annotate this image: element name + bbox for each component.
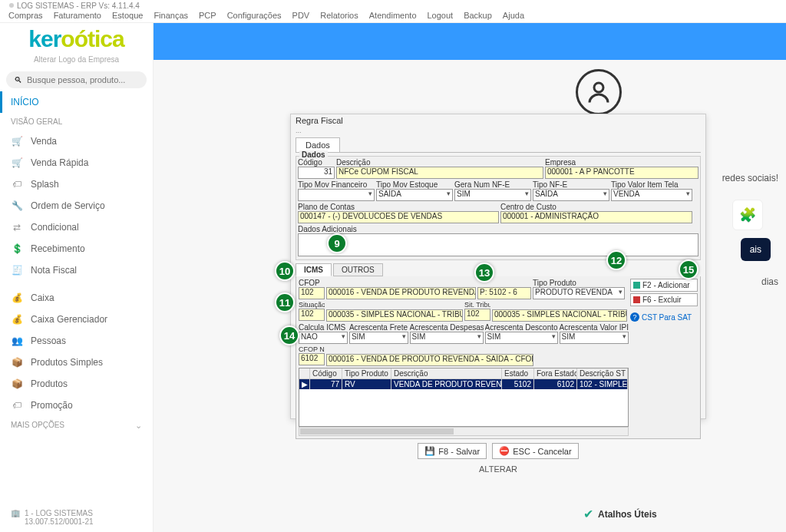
gera-num-select[interactable]: SIM (454, 189, 531, 201)
callout-9: 9 (327, 233, 347, 253)
titlebar: LOG SISTEMAS - ERP Vs: 4.11.4.4 (0, 0, 786, 11)
cfop-code[interactable]: 102 (299, 287, 325, 299)
search-input[interactable] (27, 75, 139, 84)
avatar[interactable] (576, 69, 622, 115)
app-title: LOG SISTEMAS - ERP Vs: 4.11.4.4 (17, 2, 140, 10)
add-button[interactable]: F2 - Adicionar (630, 279, 698, 292)
cst-link[interactable]: ?CST Para SAT (630, 312, 698, 322)
alter-logo-link[interactable]: Alterar Logo da Empresa (0, 55, 153, 68)
cfop-nc-desc[interactable]: 000016 - VENDA DE PRODUTO REVENDA - SAÍD… (326, 354, 533, 366)
tipo-produto-select[interactable]: PRODUTO REVENDA (533, 287, 625, 299)
delete-button[interactable]: F6 - Excluir (630, 293, 698, 306)
bg-text-dias: dias (761, 276, 778, 287)
acr-frete-select[interactable]: SIM (349, 332, 408, 344)
menu-atendimento[interactable]: Atendimento (364, 11, 422, 22)
menu-backup[interactable]: Backup (458, 11, 497, 22)
exchange-icon: ⇄ (11, 222, 23, 233)
building-icon: 🏢 (11, 509, 20, 526)
nav-condicional[interactable]: ⇄Condicional (0, 216, 153, 238)
nav-venda-rapida[interactable]: 🛒Venda Rápida (0, 152, 153, 173)
plus-icon (633, 282, 640, 289)
tipo-nfe-select[interactable]: SAÍDA (533, 189, 609, 201)
nav-caixa[interactable]: 💰Caixa (0, 287, 153, 309)
sit-ext-code[interactable]: 102 (464, 309, 490, 321)
tipo-valor-select[interactable]: VENDA (611, 189, 692, 201)
tipo-mov-fin-select[interactable] (298, 189, 375, 201)
nav-visao-header: VISÃO GERAL (0, 113, 153, 131)
tab-outros[interactable]: OUTROS (333, 263, 383, 276)
tag-icon: 🏷 (11, 179, 23, 190)
sit-ext-desc[interactable]: 000035 - SIMPLES NACIONAL - TRIBUTADA PE (492, 309, 627, 322)
cart-icon: 🛒 (11, 157, 23, 168)
descricao-field[interactable]: NFCe CUPOM FISCAL (336, 167, 543, 179)
logo[interactable]: keroótica (0, 23, 153, 55)
nav-venda[interactable]: 🛒Venda (0, 131, 153, 152)
menu-pdv[interactable]: PDV (287, 11, 315, 22)
codigo-field[interactable]: 31 (298, 167, 335, 179)
menu-faturamento[interactable]: Faturamento (48, 11, 107, 22)
h-scrollbar[interactable] (299, 427, 629, 436)
menu-logout[interactable]: Logout (422, 11, 459, 22)
callout-13: 13 (474, 263, 494, 283)
menu-estoque[interactable]: Estoque (107, 11, 148, 22)
bg-widget-icon: 🧩 (732, 200, 763, 230)
search-box[interactable]: 🔍︎ (6, 71, 147, 88)
star-icon: ✔ (583, 507, 593, 521)
search-icon: 🔍︎ (14, 75, 22, 84)
tipo-mov-est-select[interactable]: SAÍDA (376, 189, 453, 201)
status-bar: ALTERAR (291, 463, 705, 475)
empresa-field[interactable]: 000001 - A P PANCOTTE (545, 167, 698, 179)
nav-caixa-ger[interactable]: 💰Caixa Gerenciador (0, 309, 153, 330)
icms-panel: F2 - Adicionar F6 - Excluir ?CST Para SA… (296, 276, 701, 439)
acr-desp-select[interactable]: SIM (410, 332, 484, 344)
cancel-button[interactable]: ⛔ESC - Cancelar (492, 443, 578, 459)
nav-prod-simples[interactable]: 📦Produtos Simples (0, 352, 153, 373)
nav-inicio[interactable]: INÍCIO (0, 91, 153, 113)
menu-config[interactable]: Configurações (222, 11, 287, 22)
bg-button[interactable]: ais (741, 238, 771, 261)
nav-mais[interactable]: MAIS OPÇÕES⌄ (0, 416, 153, 435)
menu-ajuda[interactable]: Ajuda (497, 11, 530, 22)
money-icon: 💲 (11, 243, 23, 254)
nav-pessoas[interactable]: 👥Pessoas (0, 330, 153, 352)
cfop-desc[interactable]: 000016 - VENDA DE PRODUTO REVENDA - SAÍD (326, 287, 476, 299)
nav-recebimento[interactable]: 💲Recebimento (0, 238, 153, 259)
atalhos-uteis[interactable]: ✔ Atalhos Úteis (583, 507, 657, 521)
centro-custo-field[interactable]: 000001 - ADMINISTRAÇÃO (500, 211, 692, 223)
tab-icms[interactable]: ICMS (296, 263, 332, 276)
nav-promocao[interactable]: 🏷Promoção (0, 395, 153, 416)
footer-company: 🏢 1 - LOG SISTEMAS 13.007.512/0001-21 (11, 509, 94, 526)
cfop-suffix[interactable]: P: 5102 - 6 (477, 287, 531, 299)
menu-financas[interactable]: Finanças (148, 11, 193, 22)
save-button[interactable]: 💾F8 - Salvar (418, 443, 487, 459)
wrench-icon: 🔧 (11, 200, 23, 211)
nav-splash[interactable]: 🏷Splash (0, 173, 153, 195)
callout-15: 15 (679, 259, 698, 279)
acr-desc-select[interactable]: SIM (485, 332, 558, 344)
people-icon: 👥 (11, 335, 23, 346)
cfop-table[interactable]: Código Tipo Produto Descrição Estado For… (299, 368, 629, 427)
cfop-nc-code[interactable]: 6102 (299, 353, 325, 365)
chevron-down-icon: ⌄ (135, 421, 142, 431)
nav-nota-fiscal[interactable]: 🧾Nota Fiscal (0, 259, 153, 281)
callout-12: 12 (606, 250, 626, 270)
sit-int-code[interactable]: 102 (299, 309, 325, 321)
menu-relatorios[interactable]: Relatorios (315, 11, 364, 22)
table-row[interactable]: ▶ 77 RV VENDA DE PRODUTO REVENDA 5102 61… (299, 379, 628, 389)
box-icon: 📦 (11, 357, 23, 368)
menu-pcp[interactable]: PCP (193, 11, 222, 22)
nav-produtos[interactable]: 📦Produtos (0, 373, 153, 395)
invoice-icon: 🧾 (11, 265, 23, 276)
sit-int-desc[interactable]: 000035 - SIMPLES NACIONAL - TRIBUTADA PE (326, 309, 463, 322)
cancel-icon: ⛔ (499, 446, 510, 456)
topbar (154, 23, 786, 60)
calc-icms-select[interactable]: NAO (299, 332, 348, 344)
nav-os[interactable]: 🔧Ordem de Serviço (0, 195, 153, 216)
dados-adic-field[interactable] (298, 233, 698, 256)
sidebar: keroótica Alterar Logo da Empresa 🔍︎ INÍ… (0, 23, 154, 532)
plano-contas-field[interactable]: 000147 - (-) DEVOLUCOES DE VENDAS (298, 211, 499, 223)
help-icon: ? (630, 312, 639, 322)
menu-compras[interactable]: Compras (3, 11, 48, 22)
bg-text-redes: redes sociais! (722, 173, 778, 183)
acr-ipi-select[interactable]: SIM (560, 332, 629, 344)
